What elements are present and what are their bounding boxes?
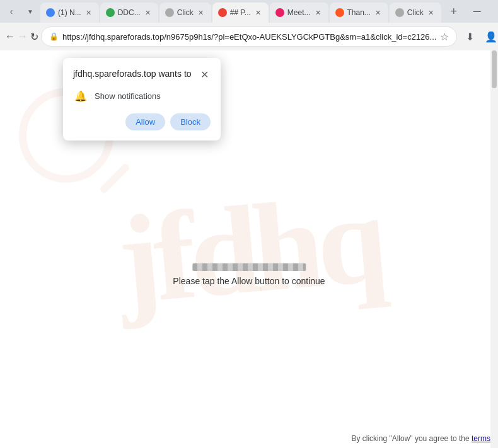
forward-button[interactable]: →: [18, 26, 28, 47]
tab-close-2[interactable]: ✕: [143, 8, 153, 18]
tab-1[interactable]: (1) N... ✕: [40, 3, 99, 23]
tab-close-5[interactable]: ✕: [313, 8, 323, 18]
bottom-bar: By clicking "Allow" you agree to the ter…: [351, 434, 490, 443]
tab-close-3[interactable]: ✕: [196, 8, 206, 18]
progress-bar: [192, 263, 306, 271]
watermark-text: jfdhq: [112, 166, 386, 332]
block-button[interactable]: Block: [170, 113, 211, 130]
tab-favicon-5: [275, 8, 285, 18]
tab-bar: ‹ ▼ (1) N... ✕ DDC... ✕: [0, 0, 498, 23]
new-tab-button[interactable]: +: [445, 3, 463, 20]
tab-4[interactable]: ## P... ✕: [212, 3, 269, 23]
bookmark-icon[interactable]: ☆: [440, 31, 449, 43]
page-center-content: Please tap the Allow button to continue: [173, 263, 325, 286]
popup-notification-label: Show notifications: [95, 91, 161, 101]
popup-title: jfdhq.spareforads.top wants to: [73, 68, 192, 79]
tab-close-1[interactable]: ✕: [84, 8, 94, 18]
tab-label-6: Than...: [347, 8, 371, 17]
tab-label-2: DDC...: [118, 8, 141, 17]
tab-favicon-3: [165, 8, 175, 18]
tab-label-7: Click: [407, 8, 424, 17]
tab-label-5: Meet...: [287, 8, 311, 17]
popup-notification-row: 🔔 Show notifications: [73, 88, 211, 103]
allow-button[interactable]: Allow: [125, 113, 165, 130]
lock-icon: 🔒: [49, 32, 59, 41]
popup-close-button[interactable]: ✕: [198, 68, 211, 81]
address-text: https://jfdhq.spareforads.top/n9675p9h1s…: [62, 32, 436, 42]
terms-link[interactable]: terms: [472, 434, 490, 443]
tab-favicon-7: [395, 8, 405, 18]
tab-7[interactable]: Click ✕: [390, 3, 441, 23]
notification-popup: jfdhq.spareforads.top wants to ✕ 🔔 Show …: [63, 58, 221, 141]
tab-bar-dropdown[interactable]: ▼: [21, 3, 39, 20]
window-controls: — □ ✕: [463, 0, 498, 23]
scrollbar-thumb[interactable]: [492, 50, 497, 88]
tab-3[interactable]: Click ✕: [159, 3, 211, 23]
tab-favicon-1: [45, 8, 55, 18]
address-bar[interactable]: 🔒 https://jfdhq.spareforads.top/n9675p9h…: [41, 26, 457, 47]
reload-button[interactable]: ↻: [30, 26, 38, 47]
bottom-text: By clicking "Allow" you agree to the: [351, 434, 469, 443]
page-content: jfdhq jfdhq.spareforads.top wants to ✕ 🔔…: [0, 50, 498, 448]
maximize-button[interactable]: □: [492, 0, 498, 23]
toolbar-right: ⬇ 👤 ⋮: [460, 26, 498, 47]
tab-favicon-2: [105, 8, 115, 18]
tab-close-4[interactable]: ✕: [253, 8, 263, 18]
profile-button[interactable]: 👤: [481, 26, 498, 47]
progress-label: Please tap the Allow button to continue: [173, 276, 325, 286]
download-button[interactable]: ⬇: [460, 26, 480, 47]
tab-5[interactable]: Meet... ✕: [270, 3, 328, 23]
tab-close-6[interactable]: ✕: [373, 8, 383, 18]
tab-6[interactable]: Than... ✕: [330, 3, 388, 23]
tab-label-4: ## P...: [230, 8, 251, 17]
tab-bar-left: ‹ ▼ (1) N... ✕ DDC... ✕: [3, 0, 463, 23]
tab-favicon-4: [217, 8, 228, 18]
tab-close-7[interactable]: ✕: [426, 8, 436, 18]
popup-actions: Allow Block: [73, 113, 211, 130]
popup-header: jfdhq.spareforads.top wants to ✕: [73, 68, 211, 81]
minimize-button[interactable]: —: [463, 0, 492, 23]
tab-label-3: Click: [177, 8, 194, 17]
tab-2[interactable]: DDC... ✕: [100, 3, 158, 23]
browser-window: ‹ ▼ (1) N... ✕ DDC... ✕: [0, 0, 498, 448]
tab-label-1: (1) N...: [58, 8, 81, 17]
toolbar: ← → ↻ 🔒 https://jfdhq.spareforads.top/n9…: [0, 23, 498, 50]
scrollbar[interactable]: [490, 50, 498, 448]
bell-icon: 🔔: [73, 88, 88, 103]
tab-bar-back-arrow[interactable]: ‹: [3, 3, 20, 20]
tab-favicon-6: [335, 8, 345, 18]
back-button[interactable]: ←: [5, 26, 15, 47]
